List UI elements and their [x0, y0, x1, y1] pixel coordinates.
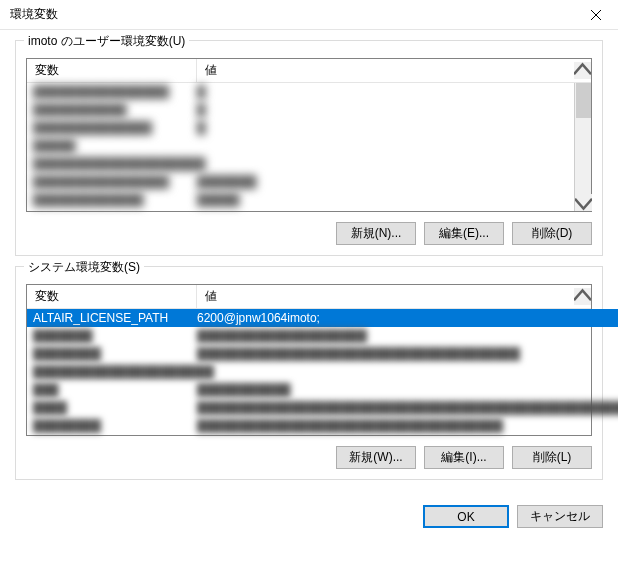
- user-vars-header: 変数 値: [27, 59, 591, 83]
- system-col-variable[interactable]: 変数: [27, 285, 197, 308]
- scroll-thumb[interactable]: [576, 83, 591, 118]
- table-row[interactable]: ████████████████████████████████████████…: [27, 399, 618, 417]
- ok-button[interactable]: OK: [423, 505, 509, 528]
- selected-var-value: 6200@jpnw1064imoto;: [197, 311, 618, 325]
- system-vars-group: システム環境変数(S) 変数 値 ALTAIR_LICENSE_PATH 620…: [15, 266, 603, 480]
- system-buttons: 新規(W)... 編集(I)... 削除(L): [16, 436, 602, 469]
- cancel-button[interactable]: キャンセル: [517, 505, 603, 528]
- table-row[interactable]: █████████████████: [27, 83, 574, 101]
- table-row-selected[interactable]: ALTAIR_LICENSE_PATH 6200@jpnw1064imoto;: [27, 309, 618, 327]
- system-col-value[interactable]: 値: [197, 285, 574, 308]
- system-edit-button[interactable]: 編集(I)...: [424, 446, 504, 469]
- titlebar: 環境変数: [0, 0, 618, 30]
- table-row[interactable]: ████████████: [27, 101, 574, 119]
- dialog-buttons: OK キャンセル: [0, 500, 618, 538]
- table-row[interactable]: ███████████████████████: [27, 173, 574, 191]
- user-scrollbar[interactable]: [574, 83, 591, 211]
- system-vars-header: 変数 値: [27, 285, 591, 309]
- dialog-content: imoto のユーザー環境変数(U) 変数 値 ████████████████…: [0, 30, 618, 500]
- user-vars-table[interactable]: 変数 値 █████████████████ ████████████ ████…: [26, 58, 592, 212]
- table-row[interactable]: ██████████████████████: [27, 363, 618, 381]
- table-row[interactable]: ███████████████████████████: [27, 327, 618, 345]
- selected-var-name: ALTAIR_LICENSE_PATH: [33, 311, 197, 325]
- scroll-up-button[interactable]: [574, 288, 591, 305]
- system-vars-rows[interactable]: ALTAIR_LICENSE_PATH 6200@jpnw1064imoto; …: [27, 309, 618, 435]
- close-button[interactable]: [573, 0, 618, 30]
- scroll-up-button[interactable]: [574, 62, 591, 79]
- table-row[interactable]: ████████████████████████████████████████…: [27, 417, 618, 435]
- table-row[interactable]: ██████████████████: [27, 191, 574, 209]
- table-row[interactable]: ██████████████: [27, 381, 618, 399]
- table-row[interactable]: █████████████████████: [27, 155, 574, 173]
- user-col-variable[interactable]: 変数: [27, 59, 197, 82]
- table-row[interactable]: █████: [27, 137, 574, 155]
- system-new-button[interactable]: 新規(W)...: [336, 446, 416, 469]
- user-col-value[interactable]: 値: [197, 59, 574, 82]
- user-new-button[interactable]: 新規(N)...: [336, 222, 416, 245]
- user-delete-button[interactable]: 削除(D): [512, 222, 592, 245]
- user-vars-legend: imoto のユーザー環境変数(U): [24, 33, 189, 50]
- user-vars-rows[interactable]: █████████████████ ████████████ █████████…: [27, 83, 574, 211]
- system-delete-button[interactable]: 削除(L): [512, 446, 592, 469]
- dialog-title: 環境変数: [10, 6, 58, 23]
- user-buttons: 新規(N)... 編集(E)... 削除(D): [16, 212, 602, 245]
- scroll-down-button[interactable]: [575, 194, 592, 211]
- table-row[interactable]: ███████████████: [27, 119, 574, 137]
- table-row[interactable]: ████████████████████████████████████████…: [27, 345, 618, 363]
- system-vars-table[interactable]: 変数 値 ALTAIR_LICENSE_PATH 6200@jpnw1064im…: [26, 284, 592, 436]
- system-vars-legend: システム環境変数(S): [24, 259, 144, 276]
- user-edit-button[interactable]: 編集(E)...: [424, 222, 504, 245]
- close-icon: [591, 10, 601, 20]
- user-vars-group: imoto のユーザー環境変数(U) 変数 値 ████████████████…: [15, 40, 603, 256]
